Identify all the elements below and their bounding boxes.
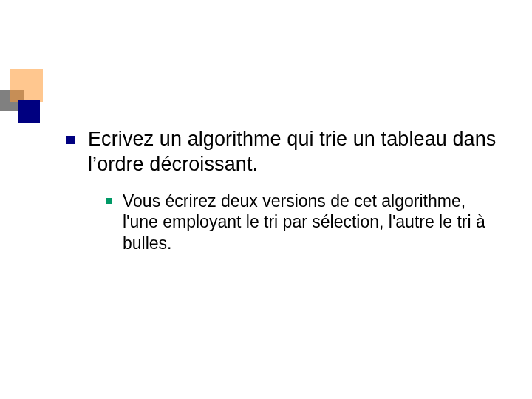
square-bullet-icon: [106, 198, 112, 204]
list-item: Vous écrirez deux versions de cet algori…: [106, 191, 502, 254]
slide-content: Ecrivez un algorithme qui trie un tablea…: [66, 127, 502, 254]
decor-orange-block: [10, 69, 43, 102]
slide: Ecrivez un algorithme qui trie un tablea…: [0, 0, 532, 399]
bullet-text: Ecrivez un algorithme qui trie un tablea…: [88, 127, 502, 177]
bullet-text: Vous écrirez deux versions de cet algori…: [123, 191, 502, 254]
list-item: Ecrivez un algorithme qui trie un tablea…: [66, 127, 502, 177]
square-bullet-icon: [66, 136, 75, 144]
decor-navy-block: [18, 100, 40, 123]
